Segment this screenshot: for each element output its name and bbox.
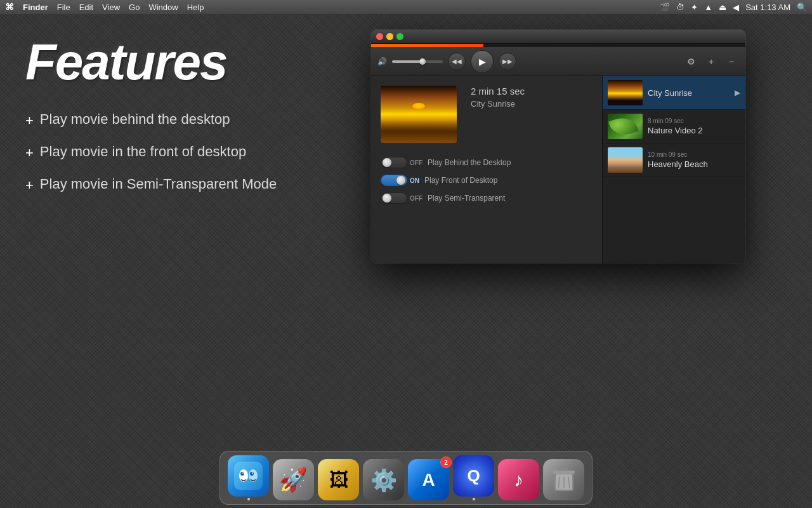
feature-plus-1: + bbox=[25, 112, 34, 129]
playlist-info-1: City Sunrise bbox=[648, 88, 730, 98]
dock-item-preview[interactable]: 🖼 bbox=[318, 459, 359, 500]
toggle-track-3[interactable] bbox=[381, 192, 407, 204]
leaf-element bbox=[608, 114, 639, 139]
toggle-front-desktop[interactable]: ON bbox=[381, 175, 419, 186]
svg-point-1 bbox=[239, 469, 248, 482]
sun-element bbox=[412, 103, 425, 109]
trash-icon[interactable] bbox=[543, 459, 584, 500]
reflection-element bbox=[381, 120, 457, 143]
sunset-gradient bbox=[381, 86, 457, 143]
svg-point-3 bbox=[240, 472, 244, 476]
toggle-knob-3 bbox=[383, 194, 391, 203]
fast-forward-button[interactable]: ▶▶ bbox=[499, 53, 516, 70]
toggle-row-2: ON Play Front of Desktop bbox=[381, 175, 593, 186]
finder-icon[interactable] bbox=[228, 455, 269, 497]
menu-bar-left: ⌘ Finder File Edit View Go Window Help bbox=[5, 2, 204, 12]
dock-item-trash[interactable] bbox=[543, 459, 584, 500]
now-playing-row: 2 min 15 sec City Sunrise bbox=[381, 86, 593, 149]
svg-point-5 bbox=[242, 472, 244, 474]
svg-rect-0 bbox=[234, 462, 263, 490]
feature-text-1: Play movie behind the desktop bbox=[40, 110, 230, 129]
playlist-thumb-2 bbox=[608, 114, 643, 139]
traffic-lights bbox=[376, 33, 403, 40]
menu-edit[interactable]: Edit bbox=[79, 3, 93, 12]
feature-item-1: + Play movie behind the desktop bbox=[25, 110, 330, 129]
toggle-state-label-3: OFF bbox=[410, 195, 422, 202]
city-sunrise-thumb bbox=[608, 80, 643, 105]
dock-container: 🚀 🖼 ⚙️ A 2 Q ♪ bbox=[0, 444, 812, 508]
dock-item-quicktime[interactable]: Q bbox=[453, 455, 494, 500]
app-window: 🔊 ◀◀ ▶ ▶▶ ⚙ + − bbox=[371, 30, 745, 264]
toggle-knob-2 bbox=[396, 176, 405, 185]
toggle-semi-transparent[interactable]: OFF bbox=[381, 192, 422, 204]
launchpad-icon[interactable]: 🚀 bbox=[273, 459, 314, 500]
play-button[interactable]: ▶ bbox=[471, 50, 494, 73]
itunes-icon[interactable]: ♪ bbox=[498, 459, 539, 500]
playlist-play-btn-1[interactable]: ▶ bbox=[735, 88, 740, 97]
menu-file[interactable]: File bbox=[57, 3, 70, 12]
playlist-title-2: Nature Video 2 bbox=[648, 126, 740, 135]
toggle-row-1: OFF Play Behind the Desktop bbox=[381, 157, 593, 168]
features-panel: Features + Play movie behind the desktop… bbox=[25, 27, 330, 432]
quicktime-icon[interactable]: Q bbox=[453, 455, 494, 497]
menu-bar: ⌘ Finder File Edit View Go Window Help 🎬… bbox=[0, 0, 812, 14]
playlist-item-3[interactable]: 10 min 09 sec Heavenly Beach bbox=[603, 144, 745, 177]
menu-help[interactable]: Help bbox=[187, 3, 204, 12]
dock-item-appstore[interactable]: A 2 bbox=[408, 459, 449, 500]
svg-point-6 bbox=[252, 472, 253, 474]
clock-display: Sat 1:13 AM bbox=[745, 3, 790, 12]
dock-item-finder[interactable] bbox=[228, 455, 269, 500]
arrow-icon: ◀ bbox=[733, 3, 739, 12]
add-button[interactable]: + bbox=[704, 54, 719, 69]
dock-item-system-prefs[interactable]: ⚙️ bbox=[363, 459, 404, 500]
menu-go[interactable]: Go bbox=[129, 3, 140, 12]
spotlight-icon[interactable]: 🔍 bbox=[797, 3, 807, 12]
remove-button[interactable]: − bbox=[724, 54, 739, 69]
playlist-panel: City Sunrise ▶ 8 min 09 sec bbox=[603, 76, 745, 264]
close-button[interactable] bbox=[376, 33, 383, 40]
menu-finder[interactable]: Finder bbox=[23, 3, 48, 12]
now-playing-title: City Sunrise bbox=[471, 99, 525, 109]
toggle-track-1[interactable] bbox=[381, 157, 407, 168]
playlist-info-2: 8 min 09 sec Nature Video 2 bbox=[648, 117, 740, 135]
playlist-item-2[interactable]: 8 min 09 sec Nature Video 2 bbox=[603, 110, 745, 144]
content-panel: 2 min 15 sec City Sunrise OFF Play Behin bbox=[371, 76, 603, 264]
menu-view[interactable]: View bbox=[102, 3, 120, 12]
quicktime-dot bbox=[473, 498, 475, 500]
menu-window[interactable]: Window bbox=[148, 3, 178, 12]
minimize-button[interactable] bbox=[386, 33, 393, 40]
toggle-text-1: Play Behind the Desktop bbox=[428, 158, 511, 167]
nature-thumb bbox=[608, 114, 643, 139]
features-title: Features bbox=[25, 33, 330, 91]
feature-plus-3: + bbox=[25, 177, 34, 194]
apple-menu[interactable]: ⌘ bbox=[5, 2, 14, 12]
feature-text-3: Play movie in Semi-Transparent Mode bbox=[40, 175, 277, 194]
playlist-item-1[interactable]: City Sunrise ▶ bbox=[603, 76, 745, 110]
time-machine-icon: ⏱ bbox=[676, 3, 684, 12]
menu-bar-right: 🎬 ⏱ ✦ ▲ ⏏ ◀ Sat 1:13 AM 🔍 bbox=[660, 3, 807, 12]
eject-icon: ⏏ bbox=[719, 3, 726, 12]
toggle-state-label-2: ON bbox=[410, 177, 419, 184]
appstore-icon[interactable]: A 2 bbox=[408, 459, 449, 500]
rewind-button[interactable]: ◀◀ bbox=[448, 53, 466, 70]
appstore-badge: 2 bbox=[440, 457, 452, 468]
svg-point-2 bbox=[249, 469, 258, 482]
progress-bar-area[interactable] bbox=[371, 44, 745, 47]
toggle-state-label-1: OFF bbox=[410, 159, 422, 166]
settings-button[interactable]: ⚙ bbox=[683, 54, 698, 69]
dock-item-itunes[interactable]: ♪ bbox=[498, 459, 539, 500]
system-prefs-icon[interactable]: ⚙️ bbox=[363, 459, 404, 500]
volume-slider[interactable] bbox=[392, 60, 443, 63]
now-playing-duration: 2 min 15 sec bbox=[471, 86, 525, 97]
preview-icon[interactable]: 🖼 bbox=[318, 459, 359, 500]
maximize-button[interactable] bbox=[396, 33, 403, 40]
toggle-behind-desktop[interactable]: OFF bbox=[381, 157, 422, 168]
toggle-row-3: OFF Play Semi-Transparent bbox=[381, 192, 593, 204]
toggle-track-2[interactable] bbox=[381, 175, 407, 186]
title-bar bbox=[371, 30, 745, 44]
toolbar: 🔊 ◀◀ ▶ ▶▶ ⚙ + − bbox=[371, 47, 745, 76]
dock-item-launchpad[interactable]: 🚀 bbox=[273, 459, 314, 500]
playlist-duration-3: 10 min 09 sec bbox=[648, 151, 740, 158]
playlist-duration-2: 8 min 09 sec bbox=[648, 117, 740, 124]
finder-dot bbox=[247, 498, 250, 500]
